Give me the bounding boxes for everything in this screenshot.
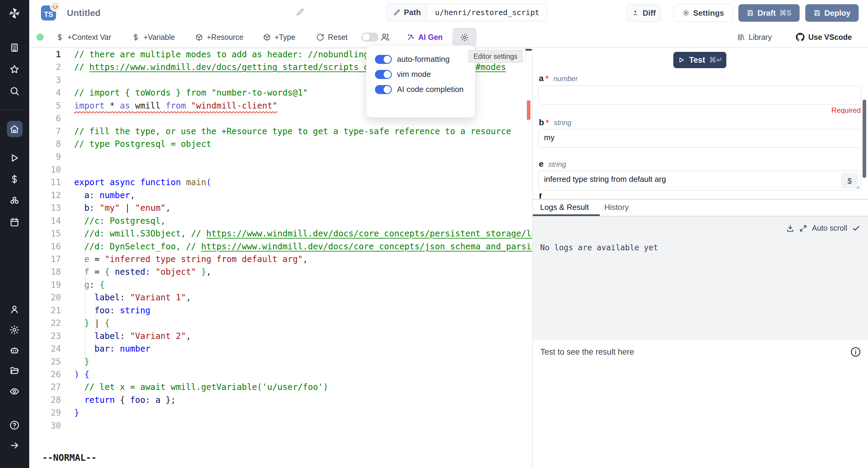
code-line-27[interactable]: 27 // let x = await wmill.getVariable('u… (29, 381, 532, 393)
draft-button[interactable]: Draft ⌘S (738, 4, 800, 22)
code-line-30[interactable]: 30 (29, 419, 532, 432)
code-line-7[interactable]: 7// fill the type, or use the +Resource … (29, 125, 532, 138)
sidebar-item-audit-logs[interactable] (9, 386, 20, 397)
add-resource-button[interactable]: +Resource (195, 29, 244, 45)
sidebar-item-favorites[interactable] (9, 64, 20, 75)
code-line-17[interactable]: 17 e = "inferred type string from defaul… (29, 253, 532, 266)
code-line-22[interactable]: 22 } | { (29, 317, 532, 330)
code-line-8[interactable]: 8// type Postgresql = object (29, 138, 532, 150)
toggle-AI-code-completion[interactable] (375, 85, 392, 94)
code-text: return { foo: a }; (74, 394, 176, 407)
multiplayer-toggle[interactable] (362, 33, 378, 41)
sidebar-item-search[interactable] (9, 86, 20, 96)
toggle-knob (384, 86, 391, 93)
input-a[interactable] (538, 86, 861, 104)
line-number: 23 (29, 330, 61, 343)
dollar-icon (9, 174, 20, 184)
boxes-icon (9, 196, 20, 206)
input-b[interactable]: my (538, 129, 861, 148)
reset-button[interactable]: Reset (316, 29, 347, 45)
code-line-26[interactable]: 26) { (29, 368, 532, 381)
sidebar-item-home[interactable] (9, 124, 20, 134)
sidebar-item-expand[interactable] (9, 440, 20, 450)
sidebar-item-runs[interactable] (9, 153, 20, 163)
result-panel: Test to see the result here (533, 340, 868, 468)
bun-runtime-icon (50, 1, 61, 12)
code-line-29[interactable]: 29} (29, 407, 532, 419)
code-line-18[interactable]: 18 f = { nested: "object" }, (29, 266, 532, 278)
sidebar-item-workers[interactable] (9, 345, 20, 355)
code-text: } | { (74, 317, 110, 330)
checkmark-icon[interactable] (852, 224, 860, 233)
settings-button[interactable]: Settings (674, 4, 733, 22)
diff-button[interactable]: Diff (627, 4, 661, 22)
code-line-19[interactable]: 19 g: { (29, 279, 532, 291)
code-line-9[interactable]: 9 (29, 151, 532, 164)
package-icon (195, 33, 203, 41)
toggle-label: auto-formatting (397, 55, 450, 64)
overview-ruler-error-marker (527, 100, 530, 120)
deploy-button[interactable]: Deploy (805, 4, 859, 22)
ai-gen-button[interactable]: AI Gen (407, 29, 443, 45)
expand-icon[interactable] (799, 224, 807, 233)
code-line-11[interactable]: 11export async function main( (29, 176, 532, 189)
code-line-23[interactable]: 23 label: "Variant 2", (29, 330, 532, 343)
code-line-15[interactable]: 15 //d: wmill.S3Object, // https://www.w… (29, 227, 532, 240)
path-label: Path (387, 4, 428, 21)
sidebar-item-folders[interactable] (9, 365, 20, 375)
code-line-14[interactable]: 14 //c: Postgresql, (29, 215, 532, 227)
code-text: b: "my" | "enum", (74, 202, 170, 214)
line-number: 5 (29, 99, 61, 112)
code-text: import * as wmill from "windmill-client" (74, 99, 277, 112)
toggle-vim-mode[interactable] (375, 70, 392, 79)
setting-row-auto-formatting: auto-formatting (375, 55, 467, 64)
code-line-16[interactable]: 16 //d: DynSelect_foo, // https://www.wi… (29, 240, 532, 253)
result-placeholder: Test to see the result here (540, 347, 634, 357)
library-button[interactable]: Library (737, 29, 772, 45)
test-button[interactable]: Test ⌘↵ (673, 52, 726, 68)
use-vscode-button[interactable]: Use VScode (796, 29, 852, 45)
tab-logs-result[interactable]: Logs & Result (540, 203, 589, 212)
users-icon[interactable] (380, 32, 390, 42)
play-icon (9, 153, 20, 163)
info-icon[interactable] (850, 346, 861, 358)
sidebar-item-resources[interactable] (9, 196, 20, 206)
add-variable-button[interactable]: +Variable (132, 29, 175, 45)
path-field[interactable]: Path u/henri/restored_script (386, 4, 547, 21)
code-line-24[interactable]: 24 bar: number (29, 343, 532, 355)
editor-settings-button[interactable] (453, 28, 476, 47)
line-number: 28 (29, 394, 61, 407)
sidebar-item-variables[interactable] (9, 174, 20, 184)
download-icon[interactable] (786, 224, 795, 233)
code-text: } (74, 355, 90, 368)
code-line-20[interactable]: 20 label: "Variant 1", (29, 291, 532, 304)
form-scrollbar[interactable] (863, 99, 866, 178)
code-line-28[interactable]: 28 return { foo: a }; (29, 394, 532, 407)
edit-title-icon[interactable] (296, 8, 304, 16)
toggle-knob (384, 71, 391, 78)
windmill-script-editor: TS Untitled Path u/henri/restored_script… (0, 0, 868, 468)
code-line-13[interactable]: 13 b: "my" | "enum", (29, 202, 532, 214)
path-value[interactable]: u/henri/restored_script (428, 4, 547, 21)
code-line-10[interactable]: 10 (29, 164, 532, 176)
code-text: // type Postgresql = object (74, 138, 211, 150)
resize-handle[interactable] (855, 184, 860, 189)
field-label-f-clipped: f (539, 192, 541, 199)
tab-history[interactable]: History (604, 203, 629, 212)
logs-panel: Auto scroll No logs are available yet (533, 216, 868, 340)
line-number: 29 (29, 407, 61, 419)
code-line-25[interactable]: 25 } (29, 355, 532, 368)
add-type-button[interactable]: +Type (263, 29, 296, 45)
sidebar-item-help[interactable] (9, 420, 20, 430)
sidebar-item-settings[interactable] (9, 325, 20, 335)
toggle-auto-formatting[interactable] (375, 55, 392, 64)
line-number: 20 (29, 291, 61, 304)
sidebar-item-user[interactable] (9, 304, 20, 315)
input-e[interactable]: inferred type string from default arg $ (538, 171, 861, 191)
add-context-var-button[interactable]: +Context Var (56, 29, 111, 45)
code-line-12[interactable]: 12 a: number, (29, 189, 532, 202)
code-text: // fill the type, or use the +Resource t… (74, 125, 511, 138)
code-line-21[interactable]: 21 foo: string (29, 304, 532, 317)
sidebar-item-workspace[interactable] (9, 42, 20, 53)
sidebar-item-schedules[interactable] (9, 217, 20, 227)
